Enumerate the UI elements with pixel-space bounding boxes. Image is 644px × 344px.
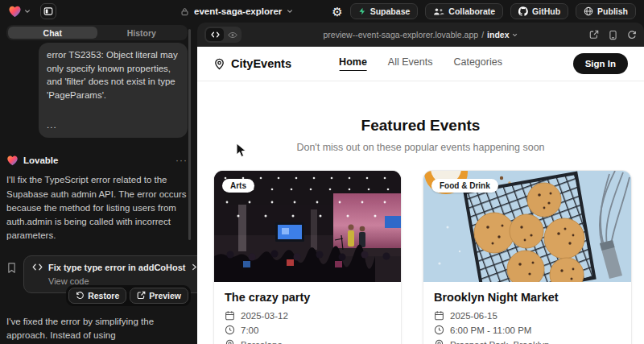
- people-icon: [433, 7, 444, 16]
- event-card-crazy-party[interactable]: Arts The crazy party 2025-03-12: [213, 170, 402, 344]
- restore-label: Restore: [88, 291, 119, 300]
- nav-all-events[interactable]: All Events: [388, 56, 433, 71]
- event-title: The crazy party: [225, 291, 390, 304]
- preview-view-button[interactable]: [225, 28, 240, 41]
- version-row: Fix type type error in addCoHost View co…: [6, 255, 188, 293]
- publish-button[interactable]: Publish: [576, 3, 636, 19]
- settings-button[interactable]: ⚙: [332, 6, 342, 18]
- chat-panel: Chat History error TS2353: Object litera…: [0, 23, 197, 344]
- lovable-heart-icon: [6, 155, 19, 166]
- project-switcher[interactable]: event-saga-explorer: [180, 0, 293, 23]
- tab-chat[interactable]: Chat: [8, 27, 97, 39]
- collaborate-label: Collaborate: [448, 6, 495, 16]
- code-view-button[interactable]: [206, 28, 224, 41]
- user-message-text: error TS2353: Object literal may only sp…: [47, 48, 180, 102]
- assistant-header: Lovable ···: [6, 155, 188, 166]
- url-host: preview--event-saga-explorer.lovable.app: [324, 30, 479, 39]
- eye-icon: [228, 31, 237, 39]
- user-message: error TS2353: Object literal may only sp…: [39, 43, 188, 138]
- event-location: Barcelone: [241, 340, 283, 344]
- event-card-night-market[interactable]: Food & Drink Brooklyn Night Market 2025-…: [423, 170, 632, 344]
- site-content: CityEvents Home All Events Categories Si…: [197, 47, 644, 344]
- url-separator: /: [481, 30, 484, 39]
- category-badge: Arts: [222, 179, 254, 193]
- tab-history[interactable]: History: [97, 27, 187, 39]
- site-brand[interactable]: CityEvents: [213, 57, 291, 70]
- project-name: event-saga-explorer: [194, 6, 282, 16]
- restore-button[interactable]: Restore: [68, 288, 126, 304]
- category-badge: Food & Drink: [431, 179, 498, 193]
- event-location: Prospect Park, Brooklyn: [450, 340, 549, 344]
- scrollbar[interactable]: [188, 29, 191, 240]
- chevron-down-icon: [512, 32, 518, 38]
- code-preview-toggle: [204, 27, 242, 43]
- preview-panel: preview--event-saga-explorer.lovable.app…: [197, 23, 644, 344]
- event-date: 2025-03-12: [241, 311, 288, 321]
- event-time: 6:00 PM - 11:00 PM: [450, 325, 531, 335]
- collaborate-button[interactable]: Collaborate: [425, 3, 503, 19]
- lock-icon: [180, 7, 189, 16]
- view-code-link[interactable]: View code: [48, 276, 197, 286]
- chevron-down-icon: [287, 8, 293, 15]
- clock-icon: [434, 325, 444, 335]
- mobile-view-icon[interactable]: [609, 30, 617, 40]
- version-title: Fix type type error in addCoHost: [48, 263, 186, 272]
- message-menu-button[interactable]: ···: [175, 159, 188, 163]
- event-date: 2025-06-15: [450, 311, 497, 321]
- restore-icon: [76, 291, 85, 300]
- url-bar[interactable]: preview--event-saga-explorer.lovable.app…: [324, 30, 518, 39]
- gear-icon: ⚙: [332, 6, 342, 18]
- code-icon: [211, 31, 220, 38]
- supabase-label: Supabase: [370, 6, 411, 16]
- sign-in-button[interactable]: Sign In: [573, 53, 628, 74]
- calendar-icon: [434, 310, 444, 321]
- assistant-intro: I'll fix the TypeScript error related to…: [6, 173, 188, 242]
- event-title: Brooklyn Night Market: [434, 291, 621, 304]
- version-actions: Restore Preview: [66, 285, 191, 306]
- hero-subtitle: Don't miss out on these popular events h…: [197, 142, 644, 153]
- map-pin-icon: [225, 339, 235, 344]
- chevron-down-icon: [24, 8, 31, 15]
- event-time: 7:00: [241, 325, 258, 335]
- hero-title: Featured Events: [197, 117, 644, 135]
- user-message-ellipsis: ...: [47, 118, 180, 132]
- code-icon: [32, 263, 43, 271]
- github-label: GitHub: [532, 6, 560, 16]
- publish-label: Publish: [597, 6, 628, 16]
- map-pin-icon: [434, 339, 444, 344]
- refresh-icon[interactable]: [627, 30, 637, 39]
- event-image-conference: Arts: [214, 171, 401, 282]
- panel-layout-icon: [43, 6, 53, 16]
- sidebar-toggle-button[interactable]: [40, 3, 56, 19]
- nav-categories[interactable]: Categories: [453, 56, 502, 71]
- clock-icon: [225, 325, 235, 335]
- calendar-icon: [225, 310, 235, 321]
- site-nav: Home All Events Categories: [339, 56, 502, 71]
- preview-button[interactable]: Preview: [130, 288, 188, 304]
- lovable-heart-icon: [8, 5, 22, 18]
- nav-home[interactable]: Home: [339, 56, 367, 71]
- external-link-icon: [137, 291, 146, 300]
- preview-label: Preview: [149, 291, 181, 300]
- hero-section: Featured Events Don't miss out on these …: [197, 117, 644, 153]
- open-external-icon[interactable]: [589, 30, 599, 39]
- github-button[interactable]: GitHub: [510, 3, 568, 19]
- event-cards: Arts The crazy party 2025-03-12: [213, 170, 644, 344]
- supabase-bolt-icon: [358, 6, 366, 16]
- screen: { "glyphs": { "gear": "⚙", "menu_dots": …: [0, 0, 644, 344]
- supabase-button[interactable]: Supabase: [350, 3, 419, 19]
- globe-icon: [584, 6, 593, 16]
- chevron-right-icon: [192, 263, 197, 271]
- topbar: event-saga-explorer ⚙ Supabase Collabora…: [0, 0, 644, 23]
- map-pin-icon: [213, 58, 225, 70]
- event-image-cookies: Food & Drink: [423, 171, 631, 282]
- assistant-name: Lovable: [23, 155, 58, 165]
- brand-name: CityEvents: [231, 57, 291, 70]
- github-icon: [518, 6, 528, 16]
- bookmark-icon[interactable]: [6, 262, 17, 293]
- assistant-outro: I've fixed the error by simplifying the …: [6, 315, 188, 344]
- chat-history-tabs: Chat History: [6, 25, 188, 40]
- url-page: index: [487, 30, 509, 39]
- lovable-logo-menu[interactable]: [8, 5, 31, 18]
- site-header: CityEvents Home All Events Categories Si…: [197, 47, 644, 81]
